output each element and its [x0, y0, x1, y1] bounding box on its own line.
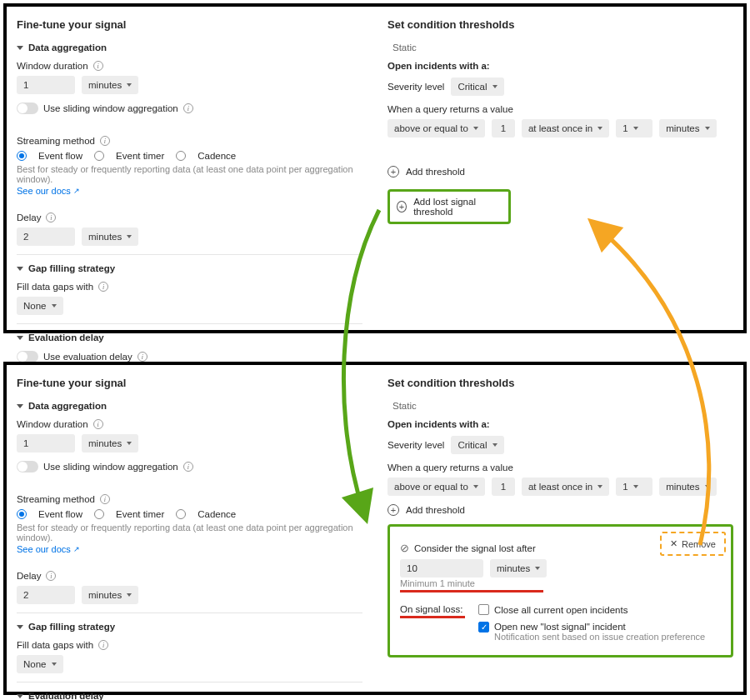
window-duration-input[interactable]: 1 [17, 76, 75, 94]
open-incidents-label: Open incidents with a: [388, 61, 733, 71]
section-evaluation-delay[interactable]: Evaluation delay [17, 691, 362, 700]
right-title: Set condition thresholds [388, 18, 733, 31]
sliding-window-label: Use sliding window aggregation [43, 103, 178, 113]
window-duration-unit-select[interactable]: minutes [82, 76, 138, 94]
caret-down-icon [127, 593, 132, 597]
divider [17, 254, 362, 255]
left-title: Fine-tune your signal [17, 18, 362, 31]
info-icon[interactable]: i [98, 282, 108, 292]
streaming-hint: Best for steady or frequently reporting … [17, 522, 362, 542]
caret-down-icon [473, 485, 478, 488]
caret-down-icon [127, 83, 132, 87]
gap-fill-select[interactable]: None [17, 655, 63, 673]
frequency-unit-select[interactable]: minutes [659, 478, 716, 496]
external-link-icon: ↗ [73, 545, 80, 553]
delay-label: Delay i [17, 571, 362, 581]
caret-down-icon [598, 127, 602, 130]
close-incidents-checkbox[interactable] [478, 604, 489, 615]
radio-event-flow[interactable] [17, 151, 27, 161]
caret-down-icon [598, 485, 602, 488]
add-lost-signal-threshold-button[interactable]: + Add lost signal threshold [388, 189, 511, 224]
section-data-aggregation[interactable]: Data aggregation [17, 42, 362, 52]
add-threshold-button[interactable]: + Add threshold [388, 166, 733, 178]
delay-input[interactable]: 2 [17, 228, 75, 246]
info-icon[interactable]: i [100, 136, 110, 146]
fill-gaps-label: Fill data gaps with i [17, 640, 362, 650]
close-incidents-label: Close all current open incidents [494, 605, 628, 615]
info-icon[interactable]: i [183, 462, 193, 472]
delay-unit-select[interactable]: minutes [82, 228, 138, 246]
sliding-window-toggle[interactable] [17, 102, 38, 114]
remove-button[interactable]: ✕ Remove [663, 535, 722, 552]
info-icon[interactable]: i [183, 103, 193, 113]
delay-input[interactable]: 2 [17, 586, 75, 604]
info-icon[interactable]: i [46, 571, 56, 581]
remove-highlight: ✕ Remove [660, 532, 726, 556]
frequency-select[interactable]: at least once in [522, 478, 609, 496]
frequency-value-select[interactable]: 1 [616, 478, 652, 496]
on-signal-loss-label: On signal loss: [400, 604, 462, 614]
severity-select[interactable]: Critical [451, 436, 503, 454]
see-docs-link[interactable]: See our docs↗ [17, 544, 80, 554]
severity-select[interactable]: Critical [451, 78, 503, 96]
operator-value-input[interactable]: 1 [492, 119, 515, 138]
window-duration-unit-select[interactable]: minutes [82, 434, 138, 452]
section-evaluation-delay[interactable]: Evaluation delay [17, 332, 362, 342]
divider [17, 323, 362, 324]
see-docs-link[interactable]: See our docs↗ [17, 186, 80, 196]
caret-down-icon [705, 127, 710, 130]
open-new-incident-checkbox[interactable]: ✓ [478, 622, 489, 632]
frequency-value-select[interactable]: 1 [616, 119, 652, 138]
plus-icon: + [397, 201, 407, 212]
window-duration-label: Window duration i [17, 419, 362, 429]
chevron-down-icon [17, 404, 23, 408]
info-icon[interactable]: i [93, 61, 103, 71]
left-title: Fine-tune your signal [17, 377, 362, 389]
info-icon[interactable]: i [93, 419, 103, 429]
evaluation-delay-toggle[interactable] [17, 351, 38, 362]
radio-event-timer[interactable] [94, 509, 104, 519]
operator-select[interactable]: above or equal to [388, 478, 485, 496]
caret-down-icon [492, 85, 498, 88]
radio-event-flow[interactable] [17, 509, 27, 519]
caret-down-icon [52, 662, 57, 666]
streaming-hint: Best for steady or frequently reporting … [17, 164, 362, 184]
caret-down-icon [127, 442, 132, 445]
frequency-select[interactable]: at least once in [522, 119, 609, 138]
close-icon: ✕ [670, 538, 678, 549]
radio-event-timer[interactable] [94, 151, 104, 161]
severity-label: Severity level [388, 440, 444, 450]
lost-signal-value-input[interactable]: 10 [400, 559, 483, 578]
lost-signal-unit-select[interactable]: minutes [490, 559, 547, 578]
frequency-unit-select[interactable]: minutes [659, 119, 716, 138]
open-incidents-label: Open incidents with a: [388, 419, 733, 429]
caret-down-icon [52, 304, 57, 308]
radio-cadence[interactable] [176, 151, 186, 161]
lost-signal-threshold-panel: ✕ Remove ⊘ Consider the signal lost afte… [388, 524, 733, 658]
chevron-down-icon [17, 336, 23, 340]
chevron-down-icon [17, 694, 23, 698]
window-duration-input[interactable]: 1 [17, 434, 75, 452]
info-icon[interactable]: i [46, 212, 56, 222]
section-data-aggregation[interactable]: Data aggregation [17, 401, 362, 411]
section-gap-filling[interactable]: Gap filling strategy [17, 622, 362, 632]
info-icon[interactable]: i [98, 640, 108, 650]
info-icon[interactable]: i [138, 352, 148, 362]
streaming-method-label: Streaming method i [17, 136, 362, 146]
chevron-down-icon [17, 46, 23, 50]
gap-fill-select[interactable]: None [17, 297, 63, 315]
signal-lost-icon: ⊘ [400, 542, 409, 554]
static-label: Static [392, 401, 733, 411]
open-new-incident-hint: Notification sent based on issue creatio… [494, 632, 705, 642]
fill-gaps-label: Fill data gaps with i [17, 282, 362, 292]
section-gap-filling[interactable]: Gap filling strategy [17, 263, 362, 273]
caret-down-icon [633, 485, 638, 488]
operator-value-input[interactable]: 1 [492, 478, 515, 496]
sliding-window-toggle[interactable] [17, 461, 38, 472]
add-threshold-button[interactable]: + Add threshold [388, 504, 733, 516]
delay-unit-select[interactable]: minutes [82, 586, 138, 604]
info-icon[interactable]: i [100, 494, 110, 504]
divider [17, 682, 362, 682]
operator-select[interactable]: above or equal to [388, 119, 485, 138]
radio-cadence[interactable] [176, 509, 186, 519]
